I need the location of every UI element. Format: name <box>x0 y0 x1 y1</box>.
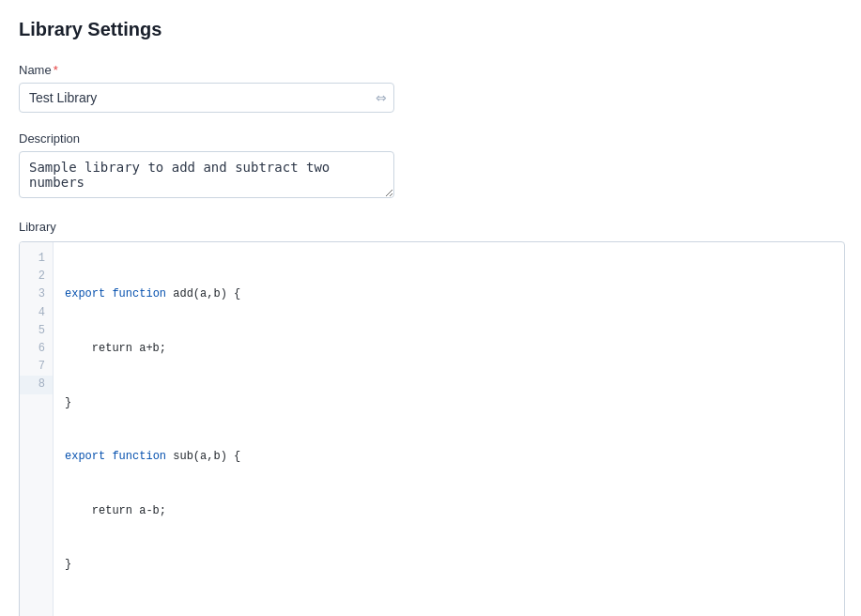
code-line-2: return a+b; <box>65 340 833 358</box>
line-num-1: 1 <box>20 250 53 268</box>
code-line-5: return a-b; <box>65 502 833 520</box>
line-num-6: 6 <box>20 340 53 358</box>
code-line-3: } <box>65 394 833 412</box>
line-num-2: 2 <box>20 268 53 285</box>
line-num-7: 7 <box>20 358 53 376</box>
line-num-4: 4 <box>20 304 53 322</box>
name-form-group: Name* ⇔ <box>19 63 842 113</box>
code-editor[interactable]: 1 2 3 4 5 6 7 8 export function add(a,b)… <box>20 242 844 616</box>
code-line-4: export function sub(a,b) { <box>65 448 833 466</box>
line-num-5: 5 <box>20 322 53 340</box>
name-input[interactable] <box>19 83 394 113</box>
line-num-8: 8 <box>20 376 53 393</box>
code-line-7 <box>65 610 833 616</box>
name-input-wrapper: ⇔ <box>19 83 394 113</box>
code-content[interactable]: export function add(a,b) { return a+b; }… <box>54 242 844 616</box>
line-numbers: 1 2 3 4 5 6 7 8 <box>20 242 54 616</box>
page-title: Library Settings <box>19 19 842 40</box>
library-section: Library 1 2 3 4 5 6 7 8 export function … <box>19 220 842 616</box>
code-editor-container: 1 2 3 4 5 6 7 8 export function add(a,b)… <box>19 241 845 616</box>
name-label: Name* <box>19 63 842 77</box>
code-line-6: } <box>65 556 833 574</box>
description-label: Description <box>19 131 842 146</box>
line-num-3: 3 <box>20 285 53 303</box>
library-label: Library <box>19 220 842 234</box>
description-form-group: Description Sample library to add and su… <box>19 131 842 201</box>
description-input[interactable]: Sample library to add and subtract two n… <box>19 151 394 198</box>
required-indicator: * <box>54 63 58 77</box>
code-line-1: export function add(a,b) { <box>65 285 833 303</box>
